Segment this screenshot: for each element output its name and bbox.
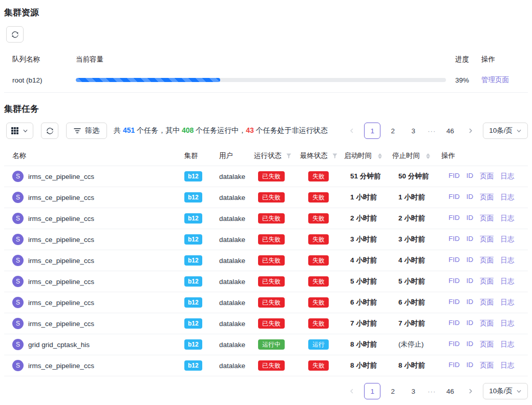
page-link[interactable]: 页面 (480, 235, 494, 244)
run-status-badge: 已失败 (258, 192, 285, 202)
manage-page-link[interactable]: 管理页面 (481, 76, 509, 84)
chevron-left-icon (349, 128, 354, 133)
fid-link[interactable]: FID (449, 256, 460, 265)
page-link[interactable]: 页面 (480, 277, 494, 286)
page-number-46[interactable]: 46 (442, 383, 458, 399)
log-link[interactable]: 日志 (500, 319, 514, 328)
sync-icon (11, 31, 19, 38)
id-link[interactable]: ID (466, 340, 474, 349)
stop-time-header[interactable]: 停止时间 (392, 151, 441, 160)
fid-link[interactable]: FID (449, 172, 460, 181)
user-cell: datalake (217, 341, 254, 349)
id-link[interactable]: ID (466, 172, 474, 181)
user-cell: datalake (217, 194, 254, 201)
next-page-button[interactable] (462, 123, 479, 139)
sort-icon[interactable] (378, 153, 382, 159)
log-link[interactable]: 日志 (500, 235, 514, 244)
stop-time-cell: 7 小时前 (392, 319, 441, 328)
start-time-cell: 8 小时前 (344, 340, 392, 349)
fid-link[interactable]: FID (449, 235, 460, 244)
page-number-3[interactable]: 3 (405, 123, 421, 139)
page-ellipsis[interactable]: ··· (425, 388, 438, 395)
page-size-select[interactable]: 10条/页 (483, 123, 528, 139)
id-link[interactable]: ID (466, 214, 474, 223)
id-link[interactable]: ID (466, 361, 474, 370)
log-link[interactable]: 日志 (500, 193, 514, 202)
stop-time-cell: 50 分钟前 (392, 172, 441, 181)
cluster-tag: b12 (184, 360, 202, 371)
start-time-header-label: 启动时间 (344, 151, 372, 160)
task-name: irms_ce_pipeline_ccs (28, 236, 94, 244)
page-link[interactable]: 页面 (480, 214, 494, 223)
sort-icon[interactable] (426, 153, 430, 159)
view-mode-button[interactable] (6, 123, 33, 139)
task-name: irms_ce_pipeline_ccs (28, 194, 94, 201)
fid-link[interactable]: FID (449, 361, 460, 370)
id-link[interactable]: ID (466, 298, 474, 307)
refresh-button[interactable] (6, 26, 24, 43)
capacity-progress-bar (76, 78, 446, 82)
cluster-tag: b12 (184, 318, 202, 329)
refresh-tasks-button[interactable] (41, 123, 58, 139)
id-link[interactable]: ID (466, 193, 474, 202)
page: 集群资源 队列名称 当前容量 进度 操作 root (b12) 39% 管理页面 (0, 8, 532, 399)
filter-button[interactable]: 筛选 (66, 123, 107, 139)
filter-funnel-icon[interactable] (286, 153, 292, 159)
page-link[interactable]: 页面 (480, 361, 494, 370)
cluster-tag: b12 (184, 213, 202, 224)
next-page-button[interactable] (462, 383, 479, 399)
page-ellipsis[interactable]: ··· (425, 127, 438, 135)
chevron-left-icon (349, 389, 354, 394)
log-link[interactable]: 日志 (500, 298, 514, 307)
log-link[interactable]: 日志 (500, 340, 514, 349)
final-status-badge: 失败 (308, 255, 329, 266)
page-link[interactable]: 页面 (480, 319, 494, 328)
page-number-2[interactable]: 2 (385, 383, 401, 399)
page-link[interactable]: 页面 (480, 298, 494, 307)
run-status-header[interactable]: 运行状态 (254, 151, 300, 160)
id-link[interactable]: ID (466, 319, 474, 328)
log-link[interactable]: 日志 (500, 214, 514, 223)
start-time-cell: 51 分钟前 (344, 172, 392, 181)
page-number-3[interactable]: 3 (405, 383, 421, 399)
page-size-value: 10条/页 (489, 387, 513, 396)
fid-link[interactable]: FID (449, 193, 460, 202)
page-number-1[interactable]: 1 (364, 383, 380, 399)
page-size-select[interactable]: 10条/页 (483, 383, 528, 399)
fid-link[interactable]: FID (449, 319, 460, 328)
final-status-badge: 失败 (308, 297, 329, 308)
fid-link[interactable]: FID (449, 340, 460, 349)
page-number-46[interactable]: 46 (442, 123, 458, 139)
progress-percent: 39% (446, 76, 479, 84)
prev-page-button[interactable] (344, 123, 360, 139)
page-number-2[interactable]: 2 (385, 123, 401, 139)
log-link[interactable]: 日志 (500, 256, 514, 265)
prev-page-button[interactable] (344, 383, 360, 399)
page-link[interactable]: 页面 (480, 172, 494, 181)
user-cell: datalake (217, 278, 254, 286)
log-link[interactable]: 日志 (500, 172, 514, 181)
run-status-header-label: 运行状态 (254, 151, 282, 160)
progress-header: 进度 (446, 55, 479, 64)
page-link[interactable]: 页面 (480, 256, 494, 265)
start-time-header[interactable]: 启动时间 (344, 151, 392, 160)
final-status-badge: 失败 (308, 318, 329, 329)
fid-link[interactable]: FID (449, 298, 460, 307)
final-status-header[interactable]: 最终状态 (300, 151, 344, 160)
chevron-down-icon (23, 128, 28, 134)
log-link[interactable]: 日志 (500, 277, 514, 286)
page-link[interactable]: 页面 (480, 193, 494, 202)
fid-link[interactable]: FID (449, 277, 460, 286)
id-link[interactable]: ID (466, 277, 474, 286)
page-link[interactable]: 页面 (480, 340, 494, 349)
fid-link[interactable]: FID (449, 214, 460, 223)
table-row: Sirms_ce_pipeline_ccs b12 datalake 已失败 失… (4, 166, 528, 187)
id-link[interactable]: ID (466, 235, 474, 244)
page-number-1[interactable]: 1 (364, 123, 380, 139)
chevron-right-icon (468, 128, 473, 133)
table-row: Sirms_ce_pipeline_ccs b12 datalake 已失败 失… (4, 355, 528, 376)
table-row: Sirms_ce_pipeline_ccs b12 datalake 已失败 失… (4, 292, 528, 313)
filter-funnel-icon[interactable] (332, 153, 338, 159)
log-link[interactable]: 日志 (500, 361, 514, 370)
id-link[interactable]: ID (466, 256, 474, 265)
